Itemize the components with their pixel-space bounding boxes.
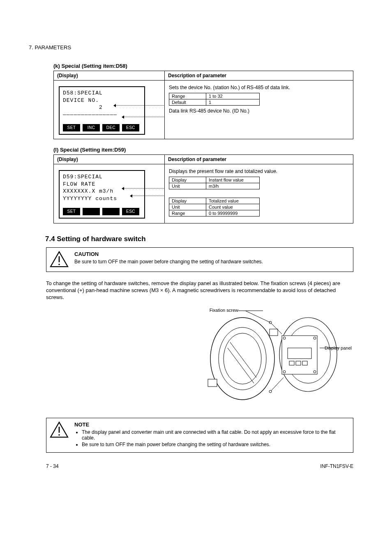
section-title-l: (l) Special (Setting item:D59) — [53, 147, 362, 153]
softkey-set[interactable]: SET — [63, 124, 80, 131]
warning-icon — [50, 421, 69, 438]
note-item: Be sure to turn OFF the main power befor… — [82, 442, 349, 447]
svg-rect-19 — [208, 379, 217, 387]
svg-point-2 — [58, 264, 60, 265]
softkey-esc[interactable]: ESC — [122, 208, 139, 215]
col-header-display: (Display) — [54, 155, 165, 164]
param-description: Displays the present flow rate and total… — [169, 168, 349, 174]
note-item: The display panel and converter main uni… — [82, 429, 349, 441]
section-heading-7-4: 7.4 Setting of hardware switch — [45, 235, 362, 243]
lcd-line: D59:SPECIAL — [63, 173, 141, 181]
lcd-panel-d59: D59:SPECIAL FLOW RATE XXXXXXX.X m3/h YYY… — [54, 164, 165, 223]
svg-line-23 — [270, 378, 284, 391]
table-row: DisplayTotalized value — [169, 198, 260, 204]
page-footer: 7 - 34 INF-TN1FSV-E — [46, 463, 353, 469]
section-title-k: (k) Special (Setting item:D58) — [53, 63, 362, 69]
svg-rect-20 — [270, 329, 278, 336]
lcd-line: DEVICE NO. — [63, 97, 141, 104]
exploded-view-diagram: Fixation screw Display panel — [46, 305, 353, 412]
screen-box-d58: (Display) Description of parameter D58:S… — [53, 71, 353, 139]
svg-rect-5 — [282, 336, 317, 374]
table-row: Unitm3/h — [169, 183, 260, 189]
table-row: Default1 — [169, 99, 260, 106]
screen-box-d59: (Display) Description of parameter D59:S… — [53, 154, 353, 223]
softkey-blank1[interactable] — [83, 208, 100, 215]
softkey-inc[interactable]: INC — [83, 124, 100, 131]
value-table-top: DisplayInstant flow value Unitm3/h — [169, 177, 260, 189]
lcd-line: ――――――――――――――― — [63, 111, 141, 119]
footer-doc-code: INF-TN1FSV-E — [320, 463, 353, 469]
footer-page-number: 7 - 34 — [46, 463, 59, 469]
lcd-line: FLOW RATE — [63, 181, 141, 188]
table-row: DisplayInstant flow value — [169, 177, 260, 183]
svg-line-26 — [246, 311, 270, 322]
page-header: 7. PARAMETERS — [29, 44, 362, 51]
softkey-set[interactable]: SET — [63, 208, 80, 215]
svg-point-24 — [269, 390, 272, 393]
col-header-desc: Description of parameter — [165, 155, 353, 164]
svg-point-29 — [58, 434, 60, 436]
note-title: NOTE — [74, 421, 349, 428]
table-row: UnitCount value — [169, 204, 260, 210]
warning-icon — [50, 251, 69, 267]
lcd-line: YYYYYYYY counts — [63, 195, 141, 203]
softkey-blank2[interactable] — [102, 208, 120, 215]
param-extra-note: Data link RS-485 device No. (ID No.) — [169, 108, 349, 114]
lcd-line: XXXXXXX.X m3/h — [63, 188, 141, 195]
screw-icon — [269, 378, 284, 393]
col-header-display: (Display) — [54, 71, 165, 80]
softkey-esc[interactable]: ESC — [122, 124, 139, 131]
table-row: Range1 to 32 — [169, 93, 260, 99]
value-table-bottom: DisplayTotalized value UnitCount value R… — [169, 198, 260, 216]
note-box: NOTE The display panel and converter mai… — [46, 418, 353, 453]
caution-title: CAUTION — [74, 251, 349, 257]
softkey-dec[interactable]: DEC — [102, 124, 120, 131]
value-table: Range1 to 32 Default1 — [169, 93, 260, 106]
caution-text: Be sure to turn OFF the main power befor… — [74, 259, 349, 265]
instruction-paragraph: To change the setting of hardware switch… — [46, 280, 353, 301]
col-header-desc: Description of parameter — [165, 71, 353, 80]
caution-box: CAUTION Be sure to turn OFF the main pow… — [46, 247, 353, 272]
param-description: Sets the device No. (station No.) of RS-… — [169, 85, 349, 90]
table-row: Range0 to 99999999 — [169, 210, 260, 216]
lcd-line: D58:SPECIAL — [63, 90, 141, 97]
lcd-panel-d58: D58:SPECIAL DEVICE NO. 2 ―――――――――――――――… — [54, 81, 165, 139]
